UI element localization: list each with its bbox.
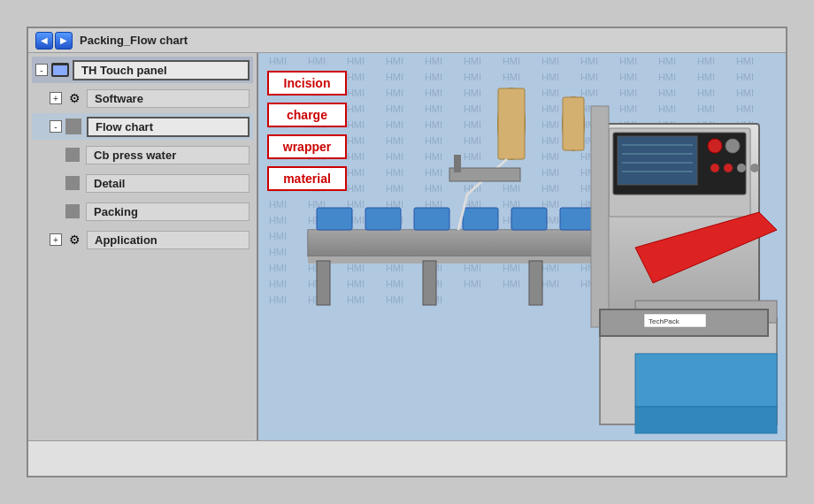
- svg-point-18: [726, 139, 740, 153]
- expand-icon-software[interactable]: +: [50, 92, 62, 104]
- flow-label-material[interactable]: material: [267, 166, 347, 191]
- gear-icon-application: ⚙: [65, 230, 84, 249]
- svg-rect-28: [454, 155, 461, 172]
- svg-rect-7: [511, 208, 547, 230]
- flow-label-charge[interactable]: charge: [267, 103, 347, 127]
- sidebar-label-flow-chart: Flow chart: [87, 117, 250, 137]
- nav-buttons: ◀ ▶: [35, 32, 73, 50]
- sidebar-label-packing: Packing: [86, 202, 250, 221]
- title-bar: ◀ ▶ Packing_Flow chart: [28, 28, 786, 53]
- expand-icon-application[interactable]: +: [50, 233, 62, 246]
- right-area: // Will be populated by JS below HMIHMIH…: [258, 53, 786, 440]
- sidebar-item-software[interactable]: + ⚙ Software: [32, 85, 253, 111]
- svg-rect-24: [498, 88, 525, 159]
- sidebar-label-compress-water: Cb press water: [86, 146, 250, 164]
- svg-rect-35: [529, 261, 542, 305]
- sidebar-item-packing[interactable]: Packing: [32, 198, 253, 225]
- gear-icon-software: ⚙: [65, 88, 84, 108]
- svg-rect-8: [560, 208, 595, 230]
- forward-button[interactable]: ▶: [55, 32, 73, 50]
- flow-label-wrapper[interactable]: wrapper: [267, 134, 347, 159]
- sidebar-item-detail[interactable]: Detail: [32, 170, 253, 196]
- sidebar-label-detail: Detail: [86, 174, 250, 193]
- svg-rect-31: [635, 354, 777, 407]
- svg-rect-33: [317, 261, 330, 305]
- packing-icon: [64, 202, 83, 221]
- svg-rect-12: [618, 136, 697, 185]
- detail-icon: [64, 173, 83, 193]
- bottom-bar: [28, 440, 786, 476]
- sidebar-item-application[interactable]: + ⚙ Application: [32, 226, 253, 253]
- sidebar-label-software: Software: [87, 89, 250, 108]
- svg-text:TechPack: TechPack: [649, 317, 680, 325]
- compress-water-icon: [64, 145, 83, 164]
- svg-rect-3: [317, 208, 352, 230]
- sidebar-label-th-touch-panel: TH Touch panel: [73, 60, 250, 80]
- main-content: - TH Touch panel + ⚙ Software -: [28, 53, 786, 440]
- back-button[interactable]: ◀: [35, 32, 53, 50]
- window-title: Packing_Flow chart: [80, 34, 188, 47]
- svg-rect-32: [635, 407, 777, 433]
- monitor-icon: [50, 60, 70, 80]
- expand-icon-th[interactable]: -: [35, 64, 48, 76]
- svg-rect-34: [423, 261, 436, 305]
- flow-label-incision[interactable]: Incision: [267, 71, 347, 95]
- svg-rect-4: [365, 208, 401, 230]
- sidebar: - TH Touch panel + ⚙ Software -: [28, 53, 258, 440]
- sidebar-item-th-touch-panel[interactable]: - TH Touch panel: [32, 57, 253, 83]
- svg-point-19: [710, 164, 719, 172]
- svg-rect-6: [463, 208, 498, 230]
- sidebar-item-compress-water[interactable]: Cb press water: [32, 141, 253, 168]
- svg-rect-37: [591, 106, 609, 327]
- svg-point-20: [724, 164, 733, 172]
- flow-labels: Incision charge wrapper material: [267, 71, 347, 191]
- svg-point-17: [708, 139, 722, 153]
- svg-point-22: [750, 164, 759, 172]
- flowchart-icon: [65, 117, 84, 136]
- svg-rect-26: [563, 97, 584, 150]
- sidebar-item-flow-chart[interactable]: - Flow chart: [32, 113, 253, 140]
- svg-point-21: [737, 164, 746, 172]
- svg-rect-5: [414, 208, 449, 230]
- main-window: ◀ ▶ Packing_Flow chart - TH Touch panel …: [27, 27, 787, 477]
- sidebar-label-application: Application: [87, 231, 250, 249]
- expand-icon-flowchart[interactable]: -: [50, 120, 62, 133]
